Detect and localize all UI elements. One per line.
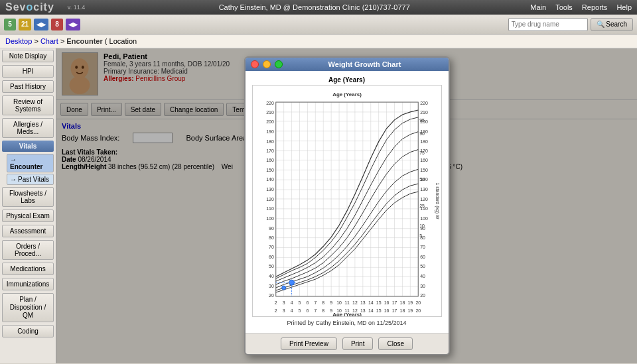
svg-text:80: 80 [269,235,274,240]
svg-text:180: 180 [266,139,274,144]
close-modal-button[interactable]: Close [378,337,413,350]
svg-text:210: 210 [420,110,428,115]
sidebar: Note Display HPI Past History Review of … [0,48,56,363]
breadcrumb-sep2: > [60,37,66,45]
svg-text:3: 3 [282,308,285,313]
content-area: Pedi, Patient Female, 3 years 11 months,… [56,48,637,363]
breadcrumb-suffix: ( Location [105,37,137,45]
drug-search-button[interactable]: 🔍 Search [591,18,633,31]
sidebar-item-past-vitals[interactable]: →Past Vitals [7,174,54,185]
modal-titlebar: Weight Growth Chart [246,58,449,71]
svg-text:160: 160 [266,158,274,162]
svg-text:50: 50 [269,264,274,269]
sidebar-item-plan-disposition[interactable]: Plan / Disposition / QM [2,293,54,322]
svg-text:30: 30 [269,284,274,288]
svg-text:2: 2 [274,308,277,313]
svg-text:110: 110 [266,206,274,211]
svg-text:15: 15 [376,300,381,305]
growth-chart-svg: 1 standard (kg) W Age (Years) [253,86,441,316]
svg-text:5: 5 [419,233,422,238]
chart-footer: Printed by Cathy Einstein, MD on 11/25/2… [251,317,443,329]
svg-text:2: 2 [274,300,277,305]
svg-text:220: 220 [420,101,428,105]
svg-text:8: 8 [322,300,324,305]
badge-nav1[interactable]: ◀▶ [34,19,48,30]
svg-text:95: 95 [419,118,425,123]
breadcrumb-chart[interactable]: Chart [40,37,58,45]
modal-maximize-traffic-light[interactable] [275,60,283,68]
svg-text:90: 90 [419,131,425,136]
svg-text:20: 20 [420,293,425,298]
sidebar-item-review-of-systems[interactable]: Review of Systems [2,95,54,115]
chart-area: 1 standard (kg) W Age (Years) [252,85,442,317]
sidebar-item-physical-exam[interactable]: Physical Exam [2,210,54,222]
weight-growth-chart-modal: Weight Growth Chart Age (Years) [244,56,450,355]
svg-text:160: 160 [420,158,428,162]
sidebar-item-immunizations[interactable]: Immunizations [2,278,54,290]
breadcrumb-sep1: > [34,37,40,45]
svg-text:6: 6 [306,300,309,305]
svg-text:150: 150 [266,168,274,172]
sidebar-item-vitals[interactable]: Vitals [2,141,54,152]
modal-close-traffic-light[interactable] [251,60,259,68]
menu-tools[interactable]: Tools [555,3,573,11]
toolbar: 5 21 ◀▶ 8 ◀▶ 🔍 Search [0,15,637,34]
svg-text:120: 120 [420,197,428,202]
sidebar-item-allergies-meds[interactable]: Allergies / Meds... [2,118,54,138]
breadcrumb-desktop[interactable]: Desktop [5,37,32,45]
svg-text:180: 180 [420,139,428,144]
sidebar-item-note-display[interactable]: Note Display [2,50,54,62]
svg-text:70: 70 [420,245,425,249]
drug-search-input[interactable] [508,18,588,31]
svg-text:14: 14 [368,300,373,305]
sidebar-item-medications[interactable]: Medications [2,263,54,275]
modal-body: Age (Years) 1 standard (kg) W [246,71,449,333]
sidebar-item-assessment[interactable]: Assessment [2,225,54,237]
svg-text:Age (Years): Age (Years) [332,312,362,316]
sidebar-item-encounter[interactable]: →Encounter [7,154,54,172]
badge-8[interactable]: 8 [51,19,63,30]
badge-nav2[interactable]: ◀▶ [66,19,80,30]
sidebar-item-past-history[interactable]: Past History [2,80,54,93]
badge-5[interactable]: 5 [4,19,16,30]
sidebar-item-orders-proced[interactable]: Orders / Proced... [2,240,54,260]
sidebar-item-coding[interactable]: Coding [2,325,54,337]
print-preview-button[interactable]: Print Preview [281,337,337,350]
menu-main[interactable]: Main [530,3,546,11]
svg-text:50: 50 [419,177,425,182]
svg-text:5: 5 [298,308,301,313]
top-menu: Main Tools Reports Help [530,3,632,11]
svg-text:15: 15 [376,308,381,313]
svg-text:20: 20 [269,293,274,298]
svg-text:20: 20 [415,308,421,313]
svg-text:150: 150 [420,168,428,172]
svg-text:13: 13 [360,300,365,305]
sidebar-item-hpi[interactable]: HPI [2,65,54,78]
modal-minimize-traffic-light[interactable] [263,60,271,68]
svg-text:210: 210 [266,110,274,115]
svg-text:60: 60 [420,255,425,259]
app-logo: Sevocity [5,1,54,13]
top-bar: Sevocity v. 11.4 Cathy Einstein, MD @ De… [0,0,637,15]
svg-text:100: 100 [266,216,274,221]
svg-text:17: 17 [391,308,397,313]
svg-text:10: 10 [336,300,342,305]
menu-reports[interactable]: Reports [582,3,608,11]
badge-21[interactable]: 21 [19,19,31,30]
breadcrumb-encounter: Encounter [66,37,102,45]
app-version: v. 11.4 [68,4,85,11]
sidebar-item-flowsheets-labs[interactable]: Flowsheets / Labs [2,187,54,207]
svg-text:3: 3 [282,300,285,305]
modal-overlay: Weight Growth Chart Age (Years) [56,48,637,363]
svg-text:19: 19 [407,300,413,305]
svg-text:140: 140 [266,177,274,182]
svg-text:10: 10 [419,223,425,228]
menu-help[interactable]: Help [616,3,632,11]
print-modal-button[interactable]: Print [342,337,374,350]
svg-text:6: 6 [306,308,309,313]
svg-text:20: 20 [415,300,421,305]
svg-text:8: 8 [322,308,324,313]
search-icon: 🔍 [597,21,604,28]
svg-text:17: 17 [391,300,397,305]
main-layout: Note Display HPI Past History Review of … [0,48,637,363]
